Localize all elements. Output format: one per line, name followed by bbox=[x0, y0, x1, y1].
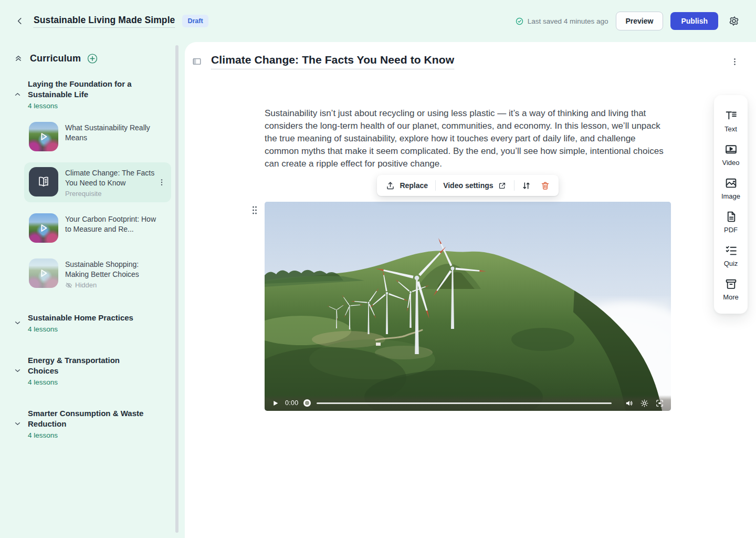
more-blocks[interactable]: More bbox=[714, 273, 748, 306]
check-circle-icon bbox=[515, 17, 524, 26]
section-title: Sustainable Home Practices bbox=[28, 313, 133, 323]
expand-section-button[interactable] bbox=[12, 365, 23, 377]
seek-bar[interactable] bbox=[317, 402, 612, 404]
lesson-editor-panel: Climate Change: The Facts You Need to Kn… bbox=[185, 42, 756, 538]
add-pdf-block[interactable]: PDF bbox=[714, 205, 748, 239]
palette-label: Video bbox=[722, 159, 739, 167]
add-video-block[interactable]: Video bbox=[714, 138, 748, 172]
add-text-block[interactable]: Text bbox=[714, 105, 748, 138]
preview-button[interactable]: Preview bbox=[616, 12, 664, 30]
lesson-options-button[interactable] bbox=[728, 55, 741, 68]
upload-icon bbox=[385, 181, 395, 191]
topbar-actions: Last saved 4 minutes ago Preview Publish bbox=[515, 12, 742, 30]
eye-off-icon bbox=[65, 282, 72, 289]
section-title: Laying the Foundation for a Sustainable … bbox=[28, 79, 151, 100]
settings-button[interactable] bbox=[726, 13, 742, 29]
image-icon bbox=[724, 177, 738, 190]
lesson-item-climate-change[interactable]: Climate Change: The Facts You Need to Kn… bbox=[24, 162, 171, 202]
seek-handle[interactable] bbox=[303, 399, 311, 407]
video-block: 0:00 bbox=[265, 202, 671, 411]
publish-button[interactable]: Publish bbox=[670, 12, 718, 30]
section-text: Energy & Transportation Choices 4 lesson… bbox=[28, 355, 151, 386]
chevron-up-icon bbox=[13, 90, 22, 99]
play-icon bbox=[29, 213, 58, 243]
lesson-title[interactable]: Climate Change: The Facts You Need to Kn… bbox=[211, 54, 454, 69]
volume-icon bbox=[625, 399, 634, 408]
lesson-item-sustainable-shopping[interactable]: Sustainable Shopping: Making Better Choi… bbox=[24, 254, 171, 294]
delete-block-button[interactable] bbox=[539, 179, 552, 192]
drag-handle-icon[interactable] bbox=[250, 205, 259, 215]
current-time: 0:00 bbox=[285, 399, 299, 407]
player-gear-icon bbox=[640, 399, 649, 408]
section-header[interactable]: Energy & Transportation Choices 4 lesson… bbox=[8, 352, 175, 389]
section-header[interactable]: Sustainable Home Practices 4 lessons bbox=[8, 309, 175, 336]
play-button[interactable] bbox=[270, 398, 280, 408]
section-title: Energy & Transportation Choices bbox=[28, 355, 151, 376]
section-list: Laying the Foundation for a Sustainable … bbox=[0, 64, 180, 442]
add-image-block[interactable]: Image bbox=[714, 172, 748, 205]
video-controls: 0:00 bbox=[265, 395, 671, 411]
hidden-label: Hidden bbox=[75, 281, 97, 289]
status-badge: Draft bbox=[182, 15, 208, 27]
chevron-down-icon bbox=[13, 366, 22, 375]
section-smarter-consumption: Smarter Consumption & Waste Reduction 4 … bbox=[8, 405, 175, 442]
player-settings-button[interactable] bbox=[639, 398, 649, 408]
expand-section-button[interactable] bbox=[12, 317, 23, 329]
curriculum-title: Curriculum bbox=[30, 53, 81, 64]
lesson-subtitle: Prerequisite bbox=[65, 190, 160, 198]
curriculum-header: Curriculum bbox=[0, 42, 180, 64]
add-section-button[interactable] bbox=[87, 53, 98, 64]
sidebar-scrollbar[interactable] bbox=[175, 45, 178, 533]
section-header[interactable]: Smarter Consumption & Waste Reduction 4 … bbox=[8, 405, 175, 442]
video-settings-label: Video settings bbox=[443, 181, 493, 190]
reorder-button[interactable] bbox=[520, 179, 533, 192]
lesson-text: Climate Change: The Facts You Need to Kn… bbox=[65, 167, 160, 198]
lesson-thumbnail bbox=[29, 122, 58, 151]
lesson-paragraph[interactable]: Sustainability isn’t just about recyclin… bbox=[265, 107, 671, 170]
plus-circle-icon bbox=[87, 53, 98, 65]
save-status-label: Last saved 4 minutes ago bbox=[528, 17, 608, 25]
section-energy-transportation: Energy & Transportation Choices 4 lesson… bbox=[8, 352, 175, 389]
lesson-subtitle: Hidden bbox=[65, 281, 160, 289]
lesson-text: Sustainable Shopping: Making Better Choi… bbox=[65, 258, 160, 289]
play-icon bbox=[272, 400, 279, 407]
lesson-title: Climate Change: The Facts You Need to Kn… bbox=[65, 168, 160, 188]
section-header[interactable]: Laying the Foundation for a Sustainable … bbox=[8, 76, 175, 113]
lesson-title: Your Carbon Footprint: How to Measure an… bbox=[65, 214, 160, 234]
section-text: Sustainable Home Practices 4 lessons bbox=[28, 313, 133, 333]
collapse-section-button[interactable] bbox=[12, 89, 23, 100]
section-lesson-count: 4 lessons bbox=[28, 431, 151, 439]
toolbar-divider bbox=[435, 180, 436, 191]
section-home-practices: Sustainable Home Practices 4 lessons bbox=[8, 309, 175, 336]
text-icon bbox=[724, 109, 738, 122]
lesson-list: What Sustainability Really Means Climate… bbox=[24, 117, 175, 294]
add-quiz-block[interactable]: Quiz bbox=[714, 239, 748, 273]
chevron-down-icon bbox=[13, 419, 22, 428]
palette-label: More bbox=[723, 293, 739, 301]
lesson-item-what-sustainability[interactable]: What Sustainability Really Means bbox=[24, 117, 171, 156]
fullscreen-icon bbox=[655, 399, 664, 408]
expand-section-button[interactable] bbox=[12, 418, 23, 430]
lesson-text: Your Carbon Footprint: How to Measure an… bbox=[65, 213, 160, 234]
chevron-left-icon bbox=[15, 16, 25, 26]
volume-button[interactable] bbox=[624, 398, 634, 408]
palette-label: PDF bbox=[724, 226, 738, 234]
video-icon bbox=[724, 143, 738, 156]
topbar: Sustainable Living Made Simple Draft Las… bbox=[0, 0, 756, 42]
section-title: Smarter Consumption & Waste Reduction bbox=[28, 408, 151, 429]
kebab-icon bbox=[158, 178, 166, 187]
lesson-menu-button[interactable] bbox=[155, 176, 168, 189]
fullscreen-button[interactable] bbox=[654, 398, 665, 408]
course-title[interactable]: Sustainable Living Made Simple bbox=[34, 15, 175, 28]
video-settings-button[interactable]: Video settings bbox=[441, 180, 508, 191]
panel-left-icon bbox=[192, 56, 202, 67]
video-player[interactable]: 0:00 bbox=[265, 202, 671, 411]
back-button[interactable] bbox=[12, 13, 28, 29]
more-icon bbox=[724, 277, 738, 291]
book-open-icon bbox=[36, 174, 51, 189]
collapse-all-button[interactable] bbox=[13, 53, 24, 64]
toggle-sidebar-button[interactable] bbox=[190, 55, 204, 68]
replace-button[interactable]: Replace bbox=[383, 180, 430, 192]
section-text: Laying the Foundation for a Sustainable … bbox=[28, 79, 151, 110]
lesson-item-carbon-footprint[interactable]: Your Carbon Footprint: How to Measure an… bbox=[24, 209, 171, 247]
